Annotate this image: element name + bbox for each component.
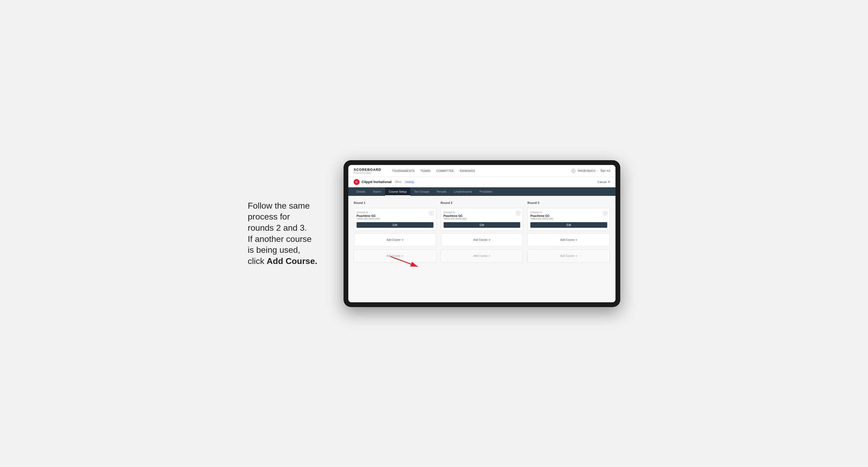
tablet-frame: SCOREBOARD Powered by clippd TOURNAMENTS… <box>344 160 620 307</box>
tab-bar: Details Teams Course Setup Tee Groups Re… <box>348 187 616 196</box>
instruction-line5: is being used, <box>248 245 300 255</box>
instruction-text: Follow the same process for rounds 2 and… <box>248 200 333 267</box>
add-course-text-r3: Add Course + <box>560 238 578 242</box>
tab-leaderboards[interactable]: Leaderboards <box>450 187 476 196</box>
top-nav: SCOREBOARD Powered by clippd TOURNAMENTS… <box>348 165 616 177</box>
plus-icon: + <box>402 238 403 242</box>
tab-details[interactable]: Details <box>352 187 369 196</box>
plus-icon-r2-2: + <box>489 254 490 258</box>
round-1-course-card: (Course A) Peachtree GC Yellow (M) (6629… <box>354 208 436 231</box>
instruction-line2: process for <box>248 212 290 221</box>
course-card-header-r3: (Course A) Peachtree GC Yellow (M) (6629… <box>530 211 607 220</box>
edit-course-button-r1[interactable]: Edit <box>356 222 433 228</box>
nav-committee[interactable]: COMMITTEE <box>436 169 454 173</box>
brand-sub: Powered by clippd <box>354 172 381 174</box>
edit-course-button-r2[interactable]: Edit <box>443 222 521 228</box>
edit-course-button-r3[interactable]: Edit <box>530 222 607 228</box>
add-course-text-r2: Add Course + <box>473 238 490 242</box>
plus-icon-2: + <box>402 254 403 258</box>
page-wrapper: Follow the same process for rounds 2 and… <box>248 160 620 307</box>
nav-links: TOURNAMENTS TEAMS COMMITTEE RANKINGS <box>392 169 475 173</box>
pipe-divider: | <box>598 169 598 172</box>
add-course-card-r3-1[interactable]: Add Course + <box>527 234 610 247</box>
plus-icon-r2: + <box>489 238 490 242</box>
plus-icon-r3-2: + <box>576 254 578 258</box>
add-course-text: Add Course + <box>386 238 403 242</box>
add-course-card-r1-2: Add Course + <box>354 249 436 262</box>
course-card-header: (Course A) Peachtree GC Yellow (M) (6629… <box>356 211 433 220</box>
tournament-name: Clippd Invitational <box>362 180 392 184</box>
course-tag-r3: (Course A) <box>530 211 554 214</box>
round-2-column: Round 2 (Course A) Peachtree GC Yellow (… <box>441 201 523 262</box>
nav-rankings[interactable]: RANKINGS <box>460 169 475 173</box>
add-course-text-r2-disabled: Add Course + <box>473 254 490 258</box>
course-name: Peachtree GC <box>356 214 380 217</box>
add-course-card-r2-2: Add Course + <box>441 249 523 262</box>
tablet-screen: SCOREBOARD Powered by clippd TOURNAMENTS… <box>348 165 616 302</box>
rounds-grid: Round 1 (Course A) Peachtree GC Yellow (… <box>354 201 610 262</box>
tournament-type: (Men) <box>395 180 402 183</box>
sub-header-left: C Clippd Invitational (Men) Hosting <box>354 179 415 185</box>
course-detail-r2: Yellow (M) (6629 yds) <box>443 217 467 220</box>
hosting-badge: Hosting <box>404 180 415 184</box>
add-course-card-r1-1[interactable]: Add Course + <box>354 234 436 247</box>
tab-teams[interactable]: Teams <box>369 187 385 196</box>
round-1-column: Round 1 (Course A) Peachtree GC Yellow (… <box>354 201 436 262</box>
tablet-inner: SCOREBOARD Powered by clippd TOURNAMENTS… <box>348 165 616 302</box>
round-2-label: Round 2 <box>441 201 523 205</box>
instruction-line6-prefix: click <box>248 256 267 266</box>
add-course-card-r2-1[interactable]: Add Course + <box>441 234 523 247</box>
round-3-column: Round 3 (Course A) Peachtree GC Yellow (… <box>527 201 610 262</box>
instruction-line4: If another course <box>248 234 312 244</box>
course-detail-r3: Yellow (M) (6629 yds) <box>530 217 554 220</box>
sign-out-link[interactable]: Sign out <box>600 169 610 172</box>
remove-course-button-r2[interactable]: ○ <box>516 211 520 215</box>
tab-printables[interactable]: Printables <box>476 187 496 196</box>
course-tag-r2: (Course A) <box>443 211 467 214</box>
instruction-line3: rounds 2 and 3. <box>248 223 307 232</box>
tab-tee-groups[interactable]: Tee Groups <box>410 187 433 196</box>
course-card-header-r2: (Course A) Peachtree GC Yellow (M) (6629… <box>443 211 521 220</box>
course-detail: Yellow (M) (6629 yds) <box>356 217 380 220</box>
sub-header: C Clippd Invitational (Men) Hosting Canc… <box>348 177 616 187</box>
add-course-text-r3-disabled: Add Course + <box>560 254 578 258</box>
nav-teams[interactable]: TEAMS <box>421 169 431 173</box>
nav-right: blair@clippd.io | Sign out <box>571 168 610 173</box>
course-info-r2: (Course A) Peachtree GC Yellow (M) (6629… <box>443 211 467 220</box>
user-avatar <box>571 168 576 173</box>
round-3-course-card: (Course A) Peachtree GC Yellow (M) (6629… <box>527 208 610 231</box>
brand: SCOREBOARD Powered by clippd <box>354 168 381 174</box>
instruction-line1: Follow the same <box>248 201 310 211</box>
plus-icon-r3: + <box>576 238 578 242</box>
close-icon: ✕ <box>608 180 610 184</box>
remove-course-button-r3[interactable]: ○ <box>603 211 607 215</box>
content-area: Round 1 (Course A) Peachtree GC Yellow (… <box>348 196 616 302</box>
brand-name: SCOREBOARD <box>354 168 381 172</box>
instruction-line6-bold: Add Course. <box>267 256 317 266</box>
add-course-card-r3-2: Add Course + <box>527 249 610 262</box>
clippd-logo: C <box>354 179 360 185</box>
round-1-label: Round 1 <box>354 201 436 205</box>
nav-tournaments[interactable]: TOURNAMENTS <box>392 169 414 173</box>
add-course-text-disabled: Add Course + <box>386 254 403 258</box>
course-info-r3: (Course A) Peachtree GC Yellow (M) (6629… <box>530 211 554 220</box>
round-2-course-card: (Course A) Peachtree GC Yellow (M) (6629… <box>441 208 523 231</box>
course-name-r2: Peachtree GC <box>443 214 467 217</box>
round-3-label: Round 3 <box>527 201 610 205</box>
cancel-button[interactable]: Cancel ✕ <box>598 180 610 184</box>
user-email: blair@clippd.io <box>578 169 595 172</box>
tab-results[interactable]: Results <box>433 187 450 196</box>
course-info: (Course A) Peachtree GC Yellow (M) (6629… <box>356 211 380 220</box>
course-tag: (Course A) <box>356 211 380 214</box>
course-name-r3: Peachtree GC <box>530 214 554 217</box>
tab-course-setup[interactable]: Course Setup <box>385 187 410 196</box>
remove-course-button[interactable]: ○ <box>429 211 433 215</box>
